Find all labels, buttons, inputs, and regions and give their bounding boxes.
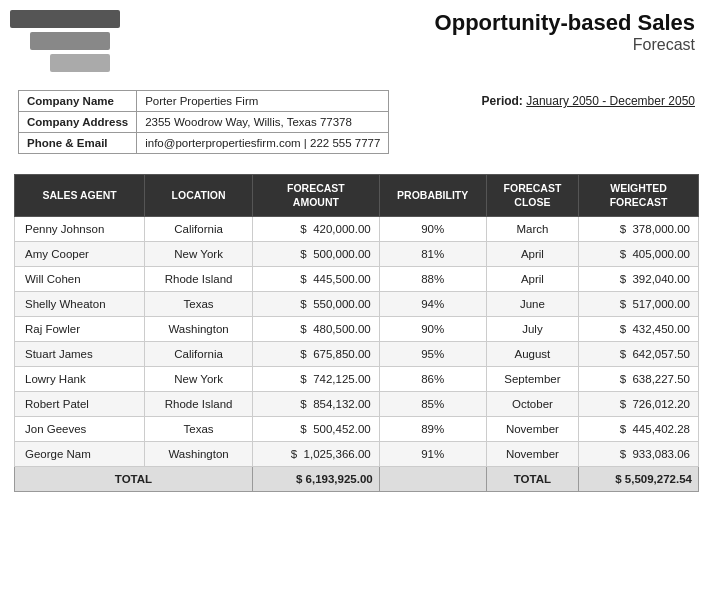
cell-probability: 90% — [379, 217, 486, 242]
company-field-value: Porter Properties Firm — [137, 91, 389, 112]
page: Opportunity-based Sales Forecast Company… — [0, 0, 713, 595]
table-row: Penny Johnson California $ 420,000.00 90… — [15, 217, 699, 242]
cell-probability: 85% — [379, 392, 486, 417]
cell-close: November — [486, 417, 578, 442]
company-field-label: Phone & Email — [19, 133, 137, 154]
cell-probability: 86% — [379, 367, 486, 392]
table-row: Jon Geeves Texas $ 500,452.00 89% Novemb… — [15, 417, 699, 442]
cell-weighted: $ 517,000.00 — [579, 292, 699, 317]
th-probability: PROBABILITY — [379, 175, 486, 217]
cell-weighted: $ 378,000.00 — [579, 217, 699, 242]
cell-probability: 90% — [379, 317, 486, 342]
cell-location: Rhode Island — [145, 392, 253, 417]
cell-location: New York — [145, 242, 253, 267]
company-field-value: 2355 Woodrow Way, Willis, Texas 77378 — [137, 112, 389, 133]
table-row: Will Cohen Rhode Island $ 445,500.00 88%… — [15, 267, 699, 292]
cell-amount: $ 500,452.00 — [253, 417, 380, 442]
table-row: Robert Patel Rhode Island $ 854,132.00 8… — [15, 392, 699, 417]
logo-bar-3 — [50, 54, 110, 72]
cell-probability: 81% — [379, 242, 486, 267]
th-location: LOCATION — [145, 175, 253, 217]
cell-agent: Amy Cooper — [15, 242, 145, 267]
total-blank-prob — [379, 467, 486, 492]
company-field-label: Company Name — [19, 91, 137, 112]
period-label: Period: — [482, 94, 523, 108]
cell-amount: $ 854,132.00 — [253, 392, 380, 417]
logo-bar-2 — [30, 32, 110, 50]
cell-weighted: $ 933,083.06 — [579, 442, 699, 467]
company-field-label: Company Address — [19, 112, 137, 133]
total-close-label: TOTAL — [486, 467, 578, 492]
cell-location: Washington — [145, 317, 253, 342]
main-title: Opportunity-based Sales — [435, 10, 695, 36]
cell-location: California — [145, 217, 253, 242]
cell-amount: $ 742,125.00 — [253, 367, 380, 392]
th-weighted: WEIGHTEDFORECAST — [579, 175, 699, 217]
total-amount: $ 6,193,925.00 — [253, 467, 380, 492]
cell-weighted: $ 432,450.00 — [579, 317, 699, 342]
cell-agent: Stuart James — [15, 342, 145, 367]
company-table: Company Name Porter Properties Firm Comp… — [18, 90, 389, 154]
logo-area — [0, 0, 120, 72]
th-close: FORECASTCLOSE — [486, 175, 578, 217]
cell-weighted: $ 638,227.50 — [579, 367, 699, 392]
cell-location: California — [145, 342, 253, 367]
table-row: Shelly Wheaton Texas $ 550,000.00 94% Ju… — [15, 292, 699, 317]
cell-weighted: $ 405,000.00 — [579, 242, 699, 267]
cell-close: August — [486, 342, 578, 367]
company-field-value: info@porterpropertiesfirm.com | 222 555 … — [137, 133, 389, 154]
cell-close: June — [486, 292, 578, 317]
th-agent: SALES AGENT — [15, 175, 145, 217]
cell-weighted: $ 642,057.50 — [579, 342, 699, 367]
cell-amount: $ 445,500.00 — [253, 267, 380, 292]
table-section: SALES AGENTLOCATIONFORECASTAMOUNTPROBABI… — [0, 164, 713, 502]
period-value: January 2050 - December 2050 — [526, 94, 695, 108]
table-row: Stuart James California $ 675,850.00 95%… — [15, 342, 699, 367]
title-area: Opportunity-based Sales Forecast — [435, 0, 713, 54]
cell-probability: 89% — [379, 417, 486, 442]
cell-location: New York — [145, 367, 253, 392]
table-body: Penny Johnson California $ 420,000.00 90… — [15, 217, 699, 467]
cell-close: July — [486, 317, 578, 342]
cell-location: Texas — [145, 417, 253, 442]
cell-agent: Will Cohen — [15, 267, 145, 292]
cell-location: Washington — [145, 442, 253, 467]
cell-agent: Robert Patel — [15, 392, 145, 417]
cell-probability: 91% — [379, 442, 486, 467]
cell-location: Rhode Island — [145, 267, 253, 292]
cell-close: April — [486, 267, 578, 292]
table-header: SALES AGENTLOCATIONFORECASTAMOUNTPROBABI… — [15, 175, 699, 217]
company-row: Phone & Email info@porterpropertiesfirm.… — [19, 133, 389, 154]
period-box: Period: January 2050 - December 2050 — [482, 90, 695, 108]
cell-close: April — [486, 242, 578, 267]
cell-agent: George Nam — [15, 442, 145, 467]
total-weighted: $ 5,509,272.54 — [579, 467, 699, 492]
cell-amount: $ 420,000.00 — [253, 217, 380, 242]
cell-agent: Lowry Hank — [15, 367, 145, 392]
cell-location: Texas — [145, 292, 253, 317]
th-amount: FORECASTAMOUNT — [253, 175, 380, 217]
sub-title: Forecast — [435, 36, 695, 54]
total-row: TOTAL $ 6,193,925.00 TOTAL $ 5,509,272.5… — [15, 467, 699, 492]
forecast-table: SALES AGENTLOCATIONFORECASTAMOUNTPROBABI… — [14, 174, 699, 492]
cell-close: November — [486, 442, 578, 467]
header: Opportunity-based Sales Forecast — [0, 0, 713, 72]
cell-amount: $ 480,500.00 — [253, 317, 380, 342]
table-row: Raj Fowler Washington $ 480,500.00 90% J… — [15, 317, 699, 342]
company-info-section: Company Name Porter Properties Firm Comp… — [0, 72, 713, 164]
cell-probability: 94% — [379, 292, 486, 317]
cell-agent: Raj Fowler — [15, 317, 145, 342]
cell-close: September — [486, 367, 578, 392]
cell-agent: Shelly Wheaton — [15, 292, 145, 317]
cell-agent: Jon Geeves — [15, 417, 145, 442]
cell-amount: $ 1,025,366.00 — [253, 442, 380, 467]
logo-bar-1 — [10, 10, 120, 28]
cell-amount: $ 500,000.00 — [253, 242, 380, 267]
cell-close: October — [486, 392, 578, 417]
table-row: Lowry Hank New York $ 742,125.00 86% Sep… — [15, 367, 699, 392]
cell-probability: 95% — [379, 342, 486, 367]
company-row: Company Address 2355 Woodrow Way, Willis… — [19, 112, 389, 133]
total-label: TOTAL — [15, 467, 253, 492]
cell-weighted: $ 445,402.28 — [579, 417, 699, 442]
company-row: Company Name Porter Properties Firm — [19, 91, 389, 112]
